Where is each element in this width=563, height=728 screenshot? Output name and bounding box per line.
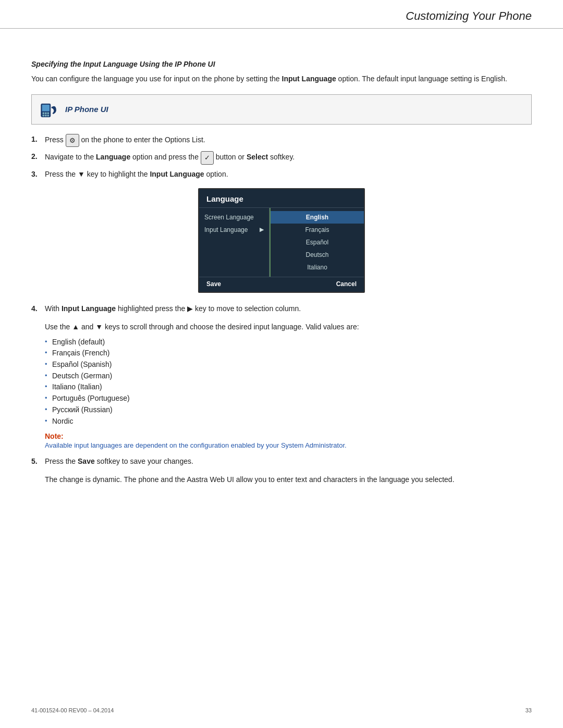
svg-rect-2 [43, 112, 45, 114]
step-2-bold-select: Select [247, 153, 268, 162]
page-header: Customizing Your Phone [0, 0, 563, 29]
svg-rect-7 [47, 115, 50, 117]
screen-language-label: Screen Language [204, 214, 254, 221]
checkmark-icon-btn: ✓ [201, 151, 214, 165]
bullet-francais: Français (French) [45, 348, 532, 359]
section-heading: Specifying the Input Language Using the … [31, 60, 532, 68]
footer-left: 41-001524-00 REV00 – 04.2014 [31, 707, 114, 713]
bullet-russian: Русский (Russian) [45, 404, 532, 416]
phone-softkeys: Save Cancel [199, 277, 364, 292]
phone-screen-wrapper: Language Screen Language Input Language … [31, 188, 532, 293]
footer-right: 33 [525, 707, 532, 713]
step-4-content: With Input Language highlighted press th… [45, 303, 532, 314]
note-label: Note: [45, 432, 64, 440]
input-language-arrow: ▶ [260, 226, 264, 233]
intro-text-end: option. The default input language setti… [336, 75, 507, 83]
phone-screen-title: Language [199, 189, 364, 208]
page-footer: 41-001524-00 REV00 – 04.2014 33 [31, 707, 532, 713]
steps-list: 1. Press ⚙ on the phone to enter the Opt… [31, 134, 532, 180]
step-3-num: 3. [31, 169, 42, 180]
step-5-subtext: The change is dynamic. The phone and the… [45, 474, 532, 486]
svg-rect-4 [47, 112, 50, 114]
step-3: 3. Press the ▼ key to highlight the Inpu… [31, 169, 532, 180]
bullet-portugues: Português (Portuguese) [45, 393, 532, 404]
language-italiano: Italiano [271, 261, 364, 274]
step-4-num: 4. [31, 303, 42, 314]
settings-icon-btn: ⚙ [66, 134, 79, 147]
language-espanol: Español [271, 236, 364, 249]
svg-rect-3 [45, 112, 47, 114]
step-5-num: 5. [31, 456, 42, 467]
step-2-bold-language: Language [96, 153, 130, 162]
softkey-save: Save [206, 280, 221, 288]
bullet-deutsch: Deutsch (German) [45, 371, 532, 382]
step-2-num: 2. [31, 151, 42, 162]
step-3-bold: Input Language [150, 170, 204, 178]
phone-row-screen-language: Screen Language [199, 211, 269, 224]
softkey-cancel: Cancel [336, 280, 357, 288]
svg-rect-1 [42, 105, 50, 112]
step-1: 1. Press ⚙ on the phone to enter the Opt… [31, 134, 532, 147]
step-4-subtext: Use the ▲ and ▼ keys to scroll through a… [45, 322, 532, 332]
svg-rect-6 [45, 115, 47, 117]
phone-icon [40, 100, 59, 119]
phone-row-input-language: Input Language ▶ [199, 224, 269, 236]
language-deutsch: Deutsch [271, 249, 364, 261]
step-1-num: 1. [31, 134, 42, 145]
step-1-content: Press ⚙ on the phone to enter the Option… [45, 134, 532, 147]
step-2: 2. Navigate to the Language option and p… [31, 151, 532, 165]
phone-screen-body: Screen Language Input Language ▶ English… [199, 208, 364, 277]
input-language-label: Input Language [204, 226, 248, 233]
step-4: 4. With Input Language highlighted press… [31, 303, 532, 314]
phone-screen-left: Screen Language Input Language ▶ [199, 208, 270, 277]
language-english: English [271, 211, 364, 224]
intro-text-before: You can configure the language you use f… [31, 75, 282, 83]
intro-bold: Input Language [282, 75, 336, 83]
ip-phone-label: IP Phone UI [65, 105, 108, 114]
language-bullet-list: English (default) Français (French) Espa… [45, 337, 532, 427]
page-title: Customizing Your Phone [406, 9, 532, 23]
page-container: Specifying the Input Language Using the … [0, 44, 563, 516]
step-3-content: Press the ▼ key to highlight the Input L… [45, 169, 532, 180]
step-5-list: 5. Press the Save softkey to save your c… [31, 456, 532, 467]
phone-screen-right: English Français Español Deutsch Italian… [270, 208, 364, 277]
bullet-nordic: Nordic [45, 416, 532, 427]
step-5-bold-save: Save [78, 457, 95, 465]
step-2-content: Navigate to the Language option and pres… [45, 151, 532, 165]
svg-rect-5 [43, 115, 45, 117]
phone-screen: Language Screen Language Input Language … [198, 188, 365, 293]
language-francais: Français [271, 224, 364, 236]
step-4-bold: Input Language [62, 304, 116, 313]
bullet-espanol: Español (Spanish) [45, 359, 532, 371]
bullet-english: English (default) [45, 337, 532, 348]
step-5-content: Press the Save softkey to save your chan… [45, 456, 532, 467]
bullet-italiano: Italiano (Italian) [45, 381, 532, 393]
intro-paragraph: You can configure the language you use f… [31, 73, 532, 85]
step-4-list: 4. With Input Language highlighted press… [31, 303, 532, 314]
step-5: 5. Press the Save softkey to save your c… [31, 456, 532, 467]
note-section: Note: Available input languages are depe… [45, 432, 532, 451]
ip-phone-ui-box: IP Phone UI [31, 94, 532, 125]
note-text: Available input languages are dependent … [45, 441, 347, 449]
